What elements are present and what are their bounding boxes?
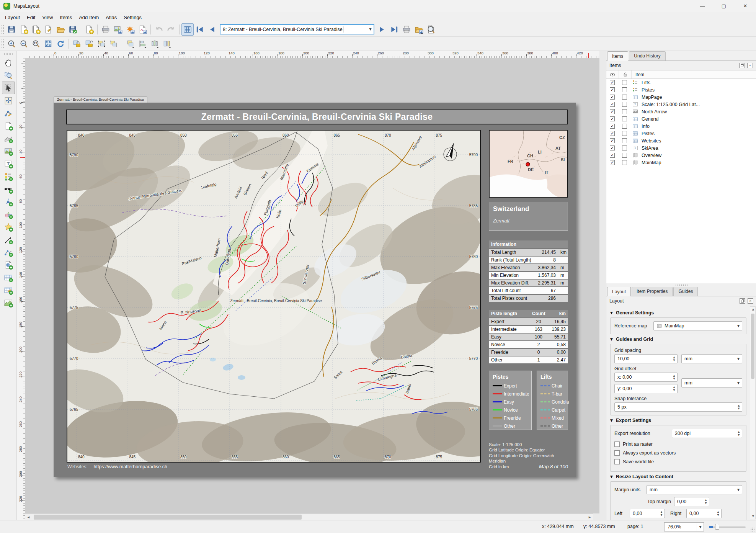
section-export-settings[interactable]: ▼Export Settings — [610, 418, 746, 423]
add-pages-button[interactable] — [83, 23, 95, 36]
section-resize-layout[interactable]: ▼Resize Layout to Content — [610, 474, 746, 479]
align-items-button[interactable] — [136, 38, 149, 50]
tab-items[interactable]: Items — [607, 51, 628, 61]
zoom-tool-button[interactable] — [2, 69, 15, 82]
lock-checkbox[interactable] — [622, 124, 627, 129]
layout-page[interactable]: Zermatt - Breuil-Cervinia, Breuil-Cervin… — [54, 103, 576, 477]
add-scalebar-tool-button[interactable] — [2, 183, 15, 195]
print-button[interactable] — [100, 23, 112, 36]
export-atlas-button[interactable] — [413, 23, 425, 36]
zoom-slider[interactable] — [709, 526, 746, 528]
atlas-preview-button[interactable] — [181, 23, 194, 36]
websites-item[interactable]: Websites: https://www.matterhornparadise… — [67, 464, 167, 469]
atlas-next-button[interactable] — [376, 23, 388, 36]
map-title-banner[interactable]: Zermatt - Breuil-Cervinia, Breuil-Cervin… — [66, 110, 568, 124]
items-row-pistes[interactable]: ✓Pistes — [606, 86, 756, 93]
panel-scrollbar[interactable]: ▲ ▼ — [750, 306, 756, 519]
zoom-out-button[interactable] — [18, 38, 30, 50]
grid-offset-y-input[interactable]: y: 0,00 ▲▼ — [614, 384, 678, 393]
visibility-checkbox[interactable]: ✓ — [610, 102, 615, 107]
add-picture-tool-button[interactable] — [2, 145, 15, 157]
lifts-legend-item[interactable]: Lifts ChairT-barGondolaCarpetMixedOther — [537, 371, 568, 430]
main-map-item[interactable]: AlphubelAllalinpassKummeMarmotteRiedStaf… — [67, 130, 481, 463]
visibility-checkbox[interactable]: ✓ — [610, 124, 615, 129]
visibility-checkbox[interactable]: ✓ — [610, 153, 615, 158]
layout-canvas[interactable]: Zermatt - Breuil-Cervinia, Breuil-Cervin… — [25, 58, 599, 513]
atlas-last-button[interactable] — [388, 23, 400, 36]
select-move-item-tool-button[interactable] — [2, 82, 15, 94]
items-row-overview[interactable]: ✓Overview — [606, 152, 756, 159]
grid-offset-unit-combo[interactable]: mm▼ — [681, 378, 742, 387]
add-3d-map-tool-button[interactable] — [2, 132, 15, 145]
add-node-item-tool-button[interactable] — [2, 246, 15, 258]
zoom-full-button[interactable] — [42, 38, 54, 50]
group-items-button[interactable] — [95, 38, 108, 50]
zoom-actual-button[interactable]: 1:1 — [30, 38, 42, 50]
grid-spacing-unit-combo[interactable]: mm▼ — [681, 354, 742, 363]
visibility-checkbox[interactable]: ✓ — [610, 146, 615, 150]
tab-item-properties[interactable]: Item Properties — [632, 287, 673, 296]
add-fixed-table-tool-button[interactable] — [2, 284, 15, 296]
items-row-websites[interactable]: ✓Websites — [606, 137, 756, 144]
close-panel-button[interactable]: × — [748, 298, 753, 304]
move-item-content-tool-button[interactable] — [2, 94, 15, 107]
visibility-checkbox[interactable]: ✓ — [610, 160, 615, 165]
export-pdf-button[interactable]: A — [136, 23, 149, 36]
add-elevation-profile-tool-button[interactable] — [2, 296, 15, 309]
minimize-button[interactable]: — — [692, 0, 713, 12]
resize-grip[interactable] — [750, 527, 755, 532]
items-row-lifts[interactable]: ✓Lifts — [606, 79, 756, 86]
undo-button[interactable] — [153, 23, 165, 36]
information-table-item[interactable]: Information Total Length214,45kmRank (To… — [489, 240, 568, 302]
lock-checkbox[interactable] — [622, 80, 627, 85]
canvas-horizontal-scrollbar[interactable]: ◀ ▶ — [25, 513, 593, 520]
close-panel-button[interactable]: × — [747, 63, 753, 68]
unlock-items-button[interactable] — [83, 38, 95, 50]
piste-length-table-item[interactable]: Piste length Count km Expert2016,45Inter… — [489, 309, 568, 364]
export-resolution-input[interactable]: 300 dpi ▲▼ — [672, 429, 742, 438]
zoom-in-button[interactable] — [5, 38, 18, 50]
visibility-checkbox[interactable]: ✓ — [610, 131, 615, 136]
atlas-feature-combo[interactable]: 8: Zermatt - Breuil-Cervinia, Breuil-Cer… — [220, 24, 374, 34]
open-button[interactable] — [54, 23, 67, 36]
items-row-info[interactable]: ✓Info — [606, 123, 756, 130]
new-layout-button[interactable] — [18, 23, 30, 36]
visibility-checkbox[interactable]: ✓ — [610, 80, 615, 85]
lock-checkbox[interactable] — [622, 153, 627, 158]
distribute-items-button[interactable] — [149, 38, 161, 50]
items-row-mappage[interactable]: ✓MapPage — [606, 93, 756, 101]
top-margin-input[interactable]: 0,00 ▲▼ — [674, 497, 709, 506]
items-row-north-arrow[interactable]: ✓North Arrow — [606, 108, 756, 115]
menu-settings[interactable]: Settings — [120, 13, 145, 22]
layout-manager-button[interactable] — [42, 23, 54, 36]
duplicate-layout-button[interactable] — [30, 23, 42, 36]
add-north-arrow-tool-button[interactable]: N — [2, 195, 15, 208]
lock-checkbox[interactable] — [622, 102, 627, 107]
ungroup-items-button[interactable] — [108, 38, 120, 50]
items-row-general[interactable]: ✓General — [606, 115, 756, 123]
lock-checkbox[interactable] — [622, 95, 627, 100]
add-html-tool-button[interactable] — [2, 258, 15, 271]
add-label-tool-button[interactable]: T — [2, 157, 15, 170]
add-legend-tool-button[interactable] — [2, 170, 15, 183]
atlas-first-button[interactable] — [194, 23, 206, 36]
lock-checkbox[interactable] — [622, 160, 627, 165]
atlas-settings-button[interactable] — [425, 23, 437, 36]
lock-checkbox[interactable] — [622, 116, 627, 121]
menu-items[interactable]: Items — [56, 13, 75, 22]
snap-tolerance-input[interactable]: 5 px ▲▼ — [614, 402, 742, 412]
pistes-legend-item[interactable]: Pistes ExpertIntermediateEasyNoviceFreer… — [489, 371, 532, 430]
right-margin-input[interactable]: 0,00 ▲▼ — [686, 509, 722, 518]
checkbox-always-export-as-vectors[interactable]: Always export as vectors — [614, 450, 742, 456]
lock-checkbox[interactable] — [622, 131, 627, 136]
section-guides-and-grid[interactable]: ▼Guides and Grid — [610, 337, 746, 342]
tab-layout[interactable]: Layout — [607, 287, 631, 296]
lock-checkbox[interactable] — [622, 87, 627, 92]
grid-offset-x-input[interactable]: x: 0,00 ▲▼ — [614, 373, 678, 382]
checkbox-save-world-file[interactable]: Save world file — [614, 459, 742, 464]
items-row-skiarea[interactable]: ✓TSkiArea — [606, 144, 756, 152]
section-general-settings[interactable]: ▼General Settings — [610, 310, 746, 316]
margin-units-combo[interactable]: mm▼ — [647, 485, 742, 494]
add-arrow-tool-button[interactable] — [2, 233, 15, 246]
lock-checkbox[interactable] — [622, 109, 627, 114]
